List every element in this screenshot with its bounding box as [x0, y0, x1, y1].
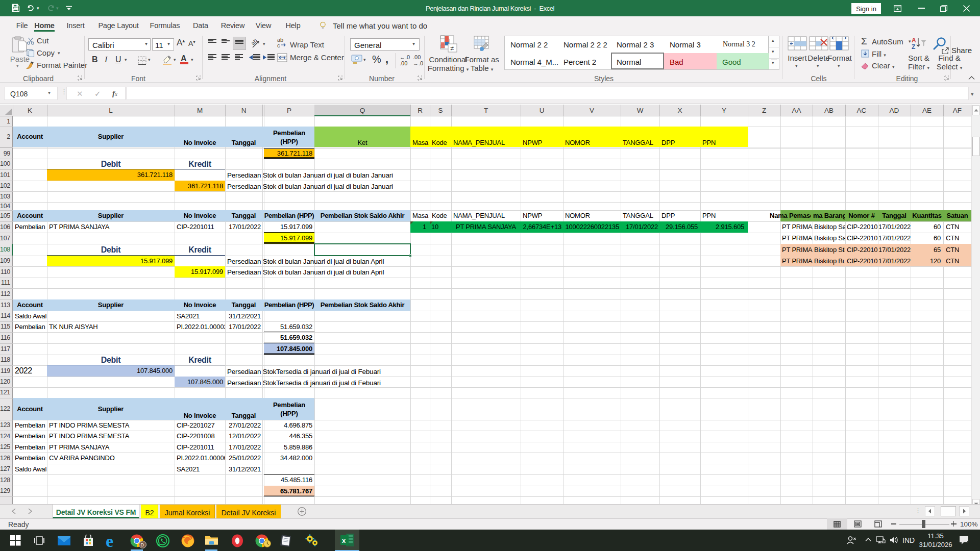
svg-text:ab: ab	[251, 38, 258, 46]
svg-text:A: A	[912, 37, 916, 44]
svg-text:≠: ≠	[450, 44, 454, 52]
svg-text:Z: Z	[912, 43, 915, 50]
svg-text:x: x	[342, 537, 346, 544]
svg-text:c: c	[277, 42, 280, 48]
